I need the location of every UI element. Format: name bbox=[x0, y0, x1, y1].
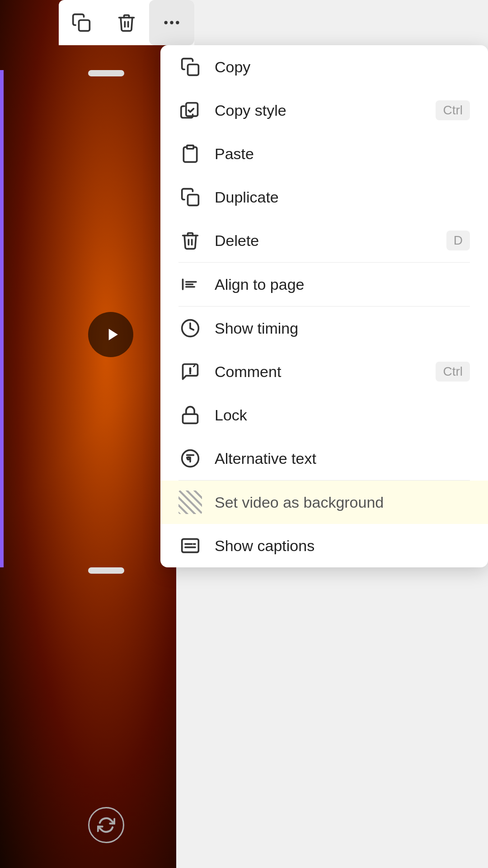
menu-item-copy-style[interactable]: Copy style Ctrl bbox=[160, 89, 488, 132]
menu-comment-label: Comment bbox=[215, 363, 436, 381]
svg-rect-0 bbox=[79, 20, 90, 31]
duplicate-toolbar-button[interactable] bbox=[59, 0, 104, 45]
copy-style-icon bbox=[178, 99, 202, 122]
duplicate-icon bbox=[178, 185, 202, 209]
svg-rect-5 bbox=[187, 146, 194, 149]
menu-item-align-to-page[interactable]: Align to page bbox=[160, 263, 488, 306]
svg-rect-6 bbox=[188, 195, 199, 206]
clock-icon bbox=[178, 316, 202, 340]
play-button[interactable] bbox=[88, 312, 133, 357]
menu-copy-label: Copy bbox=[215, 58, 470, 76]
hatch-pattern-icon bbox=[178, 491, 202, 514]
alt-text-icon bbox=[178, 447, 202, 470]
context-menu: Copy Copy style Ctrl Paste bbox=[160, 45, 488, 567]
menu-item-paste[interactable]: Paste bbox=[160, 132, 488, 175]
menu-set-video-bg-label: Set video as background bbox=[215, 494, 470, 511]
menu-delete-label: Delete bbox=[215, 232, 446, 250]
menu-paste-label: Paste bbox=[215, 145, 470, 163]
menu-duplicate-label: Duplicate bbox=[215, 189, 470, 206]
toolbar bbox=[59, 0, 194, 45]
more-options-toolbar-button[interactable] bbox=[149, 0, 194, 45]
menu-item-show-timing[interactable]: Show timing bbox=[160, 307, 488, 350]
menu-item-copy[interactable]: Copy bbox=[160, 45, 488, 89]
menu-alt-text-label: Alternative text bbox=[215, 450, 470, 467]
video-thumbnail bbox=[0, 0, 176, 868]
menu-item-set-video-bg[interactable]: Set video as background bbox=[160, 481, 488, 524]
svg-rect-12 bbox=[183, 414, 198, 423]
resize-handle-top[interactable] bbox=[88, 70, 124, 76]
video-border bbox=[0, 70, 4, 567]
menu-item-alt-text[interactable]: Alternative text bbox=[160, 437, 488, 480]
menu-copy-style-shortcut: Ctrl bbox=[436, 100, 470, 120]
svg-rect-17 bbox=[182, 539, 199, 552]
menu-item-show-captions[interactable]: Show captions bbox=[160, 524, 488, 567]
menu-copy-style-label: Copy style bbox=[215, 102, 436, 119]
menu-show-timing-label: Show timing bbox=[215, 320, 470, 337]
copy-icon bbox=[178, 55, 202, 79]
delete-icon bbox=[178, 229, 202, 252]
menu-comment-shortcut: Ctrl bbox=[436, 362, 470, 382]
svg-rect-4 bbox=[188, 65, 199, 75]
sync-icon[interactable] bbox=[88, 807, 124, 843]
paste-icon bbox=[178, 142, 202, 165]
menu-item-duplicate[interactable]: Duplicate bbox=[160, 175, 488, 219]
menu-item-lock[interactable]: Lock bbox=[160, 393, 488, 437]
comment-icon bbox=[178, 360, 202, 383]
svg-point-2 bbox=[170, 21, 173, 24]
menu-align-label: Align to page bbox=[215, 276, 470, 293]
menu-lock-label: Lock bbox=[215, 406, 470, 424]
menu-item-delete[interactable]: Delete D bbox=[160, 219, 488, 262]
svg-point-3 bbox=[176, 21, 179, 24]
svg-point-1 bbox=[164, 21, 168, 24]
captions-icon bbox=[178, 534, 202, 557]
menu-show-captions-label: Show captions bbox=[215, 537, 470, 555]
align-icon bbox=[178, 273, 202, 296]
menu-item-comment[interactable]: Comment Ctrl bbox=[160, 350, 488, 393]
lock-icon bbox=[178, 403, 202, 427]
resize-handle-bottom[interactable] bbox=[88, 567, 124, 574]
delete-toolbar-button[interactable] bbox=[104, 0, 149, 45]
menu-delete-shortcut: D bbox=[446, 231, 470, 250]
